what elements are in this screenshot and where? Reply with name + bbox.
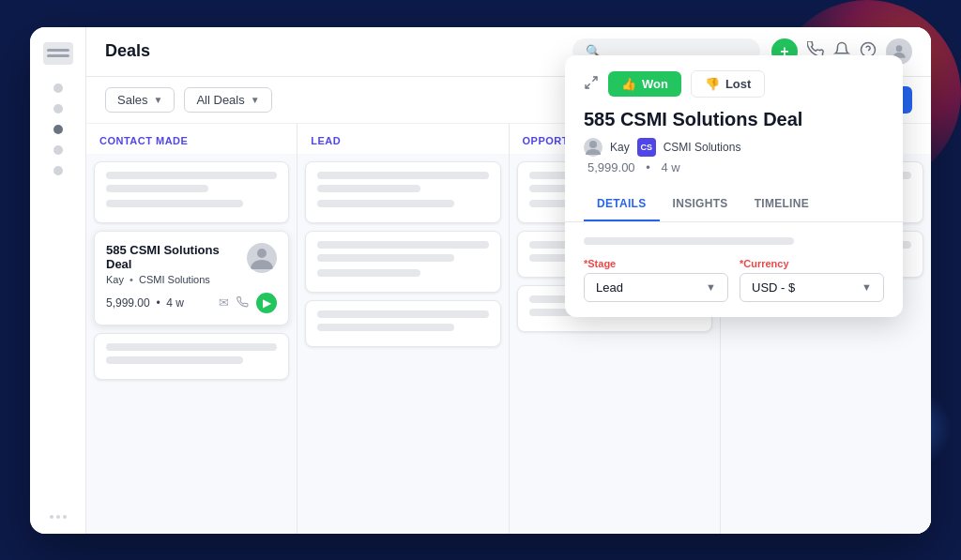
currency-field: *Currency USD - $ ▼ [740,258,884,302]
mini-dot-2 [56,515,60,519]
deal-detail-panel: 👍 Won 👎 Lost 585 CSMI Solutions Deal Kay [565,55,903,317]
all-deals-arrow: ▼ [251,95,260,105]
lost-button[interactable]: 👎 Lost [691,70,765,98]
won-button[interactable]: 👍 Won [608,71,681,97]
tab-timeline[interactable]: TIMELINE [741,188,822,221]
stage-label: *Stage [584,258,728,269]
detail-amount: 5,999.00 • 4 w [584,160,884,174]
app-window: Deals 🔍 + [30,27,931,534]
detail-contact-name: Kay [610,141,630,154]
tab-details[interactable]: DETAILS [584,188,660,221]
tab-insights[interactable]: INSIGHTS [660,188,741,221]
currency-select-arrow: ▼ [862,281,872,293]
list-item [305,300,500,347]
logo-line-1 [47,49,69,52]
detail-body: *Stage Lead ▼ *Currency USD - $ ▼ [565,222,903,317]
detail-panel-top: 👍 Won 👎 Lost 585 CSMI Solutions Deal Kay [565,55,903,174]
detail-contact-avatar [584,138,603,157]
col-cards-lead [297,154,508,534]
card-contact-avatar [247,243,277,273]
card-title: 585 CSMI Solutions Deal [106,243,247,271]
sales-filter-arrow: ▼ [154,95,163,105]
call-icon[interactable] [236,295,249,310]
svg-line-4 [586,83,590,88]
svg-point-5 [589,141,597,148]
action-circle-icon[interactable]: ▶ [256,293,277,313]
sidebar-mini-dots [50,515,67,519]
sidebar-dot-1[interactable] [53,83,63,93]
detail-placeholder [584,237,794,245]
lost-thumb-icon: 👎 [705,77,720,91]
detail-meta: Kay CS CSMI Solutions [584,138,884,157]
kanban-col-contact-made: CONTACT MADE 585 [86,124,297,534]
stage-select[interactable]: Lead ▼ [584,273,728,302]
expand-icon[interactable] [584,75,599,93]
stage-field: *Stage Lead ▼ [584,258,728,302]
list-item [94,333,289,380]
list-item [305,161,500,223]
sidebar-dot-2[interactable] [53,104,63,114]
card-subtitle: Kay • CSMI Solutions [106,274,247,285]
sales-filter-label: Sales [117,93,148,107]
kanban-col-lead: LEAD [297,124,509,534]
card-actions: ✉ ▶ [219,293,277,313]
sidebar-dot-5[interactable] [53,166,63,175]
stage-select-arrow: ▼ [706,281,716,293]
list-item [94,161,289,223]
detail-deal-title: 585 CSMI Solutions Deal [584,109,884,130]
page-title: Deals [105,41,561,61]
sidebar-bottom [50,515,67,519]
lost-label: Lost [725,77,751,91]
email-icon[interactable]: ✉ [219,295,229,310]
sidebar-dot-4[interactable] [53,145,63,155]
card-amount: 5,999.00 • 4 w [106,296,184,310]
card-footer: 5,999.00 • 4 w ✉ [106,293,277,313]
detail-fields: *Stage Lead ▼ *Currency USD - $ ▼ [584,258,884,302]
detail-top-icons: 👍 Won 👎 Lost [584,70,884,98]
logo-line-2 [47,54,69,57]
svg-point-1 [896,45,903,52]
won-thumb-icon: 👍 [621,77,636,91]
currency-label: *Currency [740,258,884,269]
currency-select[interactable]: USD - $ ▼ [740,273,884,302]
won-label: Won [642,77,668,91]
col-header-contact-made: CONTACT MADE [86,124,297,154]
all-deals-filter[interactable]: All Deals ▼ [184,87,271,113]
mini-dot-3 [63,515,67,519]
sidebar [30,27,86,534]
highlighted-deal-card[interactable]: 585 CSMI Solutions Deal Kay • CSMI Solut… [94,231,289,325]
sidebar-dot-3[interactable] [53,125,63,134]
currency-value: USD - $ [752,280,795,295]
card-header: 585 CSMI Solutions Deal Kay • CSMI Solut… [106,243,277,285]
col-header-lead: LEAD [297,124,508,154]
detail-tabs: DETAILS INSIGHTS TIMELINE [565,188,903,222]
all-deals-label: All Deals [196,93,244,107]
col-cards-contact-made: 585 CSMI Solutions Deal Kay • CSMI Solut… [86,154,297,534]
sidebar-nav [53,83,63,175]
stage-value: Lead [596,280,623,295]
list-item [305,231,500,293]
svg-point-2 [257,249,267,258]
detail-company-icon: CS [637,138,656,157]
detail-company-name: CSMI Solutions [664,141,741,154]
sales-filter[interactable]: Sales ▼ [105,87,175,113]
mini-dot-1 [50,515,53,519]
sidebar-logo [43,42,73,65]
svg-line-3 [592,77,597,82]
